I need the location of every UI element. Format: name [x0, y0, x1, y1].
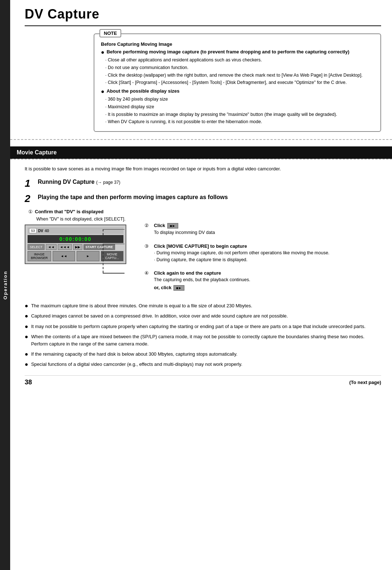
- v-connector: [103, 229, 103, 273]
- dv-mockup: ① Confirm that "DV" is displayed When "D…: [25, 209, 130, 264]
- side-tab: Operation: [0, 0, 10, 570]
- callout-3: ③ Click [MOVIE CAPTURE] to begin capture…: [144, 243, 381, 263]
- callout-3-sub-2: During capture, the capture time is disp…: [154, 256, 381, 263]
- step-1: 1 Running DV Capture (→ page 37): [25, 178, 381, 189]
- next-page-label: (To next page): [349, 380, 381, 385]
- dv-select-btn[interactable]: SELECT: [28, 244, 45, 250]
- note-box: NOTE Before Capturing Moving Image ● Bef…: [94, 33, 381, 132]
- bullet-note-2: ● Captured images cannot be saved on a c…: [25, 312, 381, 320]
- dv-ctrl-1[interactable]: ◄◄: [46, 244, 57, 250]
- note-sub-1-2: Do not use any communication function.: [101, 64, 374, 71]
- dv-ui-mockup-box: S3 DV 40 0:00:00:00 SELECT ◄◄ ◄◄◄ ▶▶ STA…: [25, 225, 126, 264]
- step-2-title: Playing the tape and then perform moving…: [38, 194, 381, 201]
- callout-2: ② Click ■► To display incomming DV data: [144, 223, 381, 236]
- bullet-note-1: ● The maximum capture time is about thre…: [25, 302, 381, 310]
- note-sub-1-4: Click [Start] - [Programs] - [Accessorie…: [101, 79, 374, 86]
- callout-2-body: Click ■► To display incomming DV data: [154, 223, 381, 236]
- callout-2-sub: To display incomming DV data: [154, 229, 381, 236]
- title-divider: [25, 25, 381, 26]
- callout-4-circle: ④: [144, 270, 152, 276]
- note-bullet-2: ● About the possible display sizes: [101, 88, 374, 94]
- callout-4: ④ Click again to end the capture The cap…: [144, 270, 381, 291]
- callout-1-title: Confirm that "DV" is displayed: [35, 209, 103, 214]
- h-conn-bot: [103, 273, 124, 274]
- step-2-number: 2: [25, 194, 35, 204]
- bullet-note-5: ● If the remaining capacity of the hard …: [25, 351, 381, 358]
- callout-2-circle: ②: [144, 223, 152, 228]
- step-1-title: Running DV Capture (→ page 37): [38, 178, 381, 186]
- bullet-notes-list: ● The maximum capture time is about thre…: [25, 302, 381, 368]
- note-sub-2-2: Maximized display size: [101, 104, 374, 110]
- callout-3-circle: ③: [144, 243, 152, 249]
- dv-label: DV: [38, 229, 43, 233]
- note-bullet-2-text: About the possible display sizes: [107, 88, 180, 94]
- dv-controls-row: SELECT ◄◄ ◄◄◄ ▶▶ START CAPTURE: [28, 244, 123, 250]
- dv-movie-capture-btn[interactable]: MOVIE CAPTU...: [101, 251, 124, 261]
- bullet-note-3: ● It may not be possible to perform capt…: [25, 323, 381, 330]
- callout-3-sub-1: During moving image capture, do not perf…: [154, 250, 381, 256]
- dv-ff-btn[interactable]: ►: [77, 251, 99, 261]
- callout-4-or-click: or, click ■►: [154, 285, 381, 291]
- callout-4-title: Click again to end the capture: [154, 270, 381, 276]
- step-1-ref: (→ page 37): [96, 180, 121, 185]
- dv-ui-top-row: S3 DV 40: [28, 227, 123, 234]
- callout-4-btn: ■►: [173, 285, 184, 291]
- callout-column: ② Click ■► To display incomming DV data …: [130, 209, 381, 296]
- dv-start-capture-btn[interactable]: START CAPTURE: [83, 244, 115, 250]
- dv-bottom-row: IMAGE BROWSER ◄◄ ► MOVIE CAPTU...: [28, 251, 123, 261]
- dv-image-browser-btn[interactable]: IMAGE BROWSER: [28, 251, 51, 261]
- callout-1-sub: When "DV" is not displayed, click [SELEC…: [36, 217, 130, 222]
- step-1-number: 1: [25, 178, 35, 189]
- movie-capture-title: Movie Capture: [17, 149, 57, 156]
- note-list: ● Before performing moving image capture…: [101, 49, 374, 125]
- note-sub-1-3: Click the desktop (wallpaper) with the r…: [101, 72, 374, 79]
- note-label: NOTE: [99, 29, 121, 37]
- h-conn-top: [103, 229, 124, 230]
- dv-rw-btn[interactable]: ◄◄: [53, 251, 75, 261]
- callout-3-body: Click [MOVIE CAPTURE] to begin capture D…: [154, 243, 381, 263]
- note-bullet-1: ● Before performing moving image capture…: [101, 49, 374, 55]
- step-2: 2 Playing the tape and then perform movi…: [25, 194, 381, 204]
- note-sub-2-3: It is possible to maximize an image disp…: [101, 111, 374, 118]
- callout-4-sub1: The capturing ends, but the playback con…: [154, 276, 381, 283]
- side-tab-label: Operation: [3, 271, 8, 299]
- note-sub-1-1: Close all other applications and residen…: [101, 57, 374, 64]
- diagram-section: ① Confirm that "DV" is displayed When "D…: [25, 209, 381, 296]
- page-title: DV Capture: [10, 0, 392, 25]
- callout-3-sub-list: During moving image capture, do not perf…: [154, 250, 381, 263]
- callout-4-body: Click again to end the capture The captu…: [154, 270, 381, 291]
- dv-badge-40: 40: [45, 229, 49, 233]
- note-bullet-1-text: Before performing moving image capture (…: [107, 49, 350, 54]
- callout-2-btn: ■►: [167, 223, 178, 229]
- note-heading: Before Capturing Moving Image: [101, 41, 374, 47]
- dv-badge-s3: S3: [29, 228, 37, 233]
- callout-2-title: Click ■►: [154, 223, 381, 229]
- section-description: It is possible to save scenes as a movin…: [25, 165, 381, 173]
- dv-ctrl-2[interactable]: ◄◄◄: [58, 244, 72, 250]
- dv-timecode: 0:00:00:00: [28, 235, 123, 243]
- callout-3-title: Click [MOVIE CAPTURE] to begin capture: [154, 243, 381, 249]
- movie-capture-bar: Movie Capture: [10, 146, 392, 159]
- callout-1-circle: ①: [28, 209, 33, 214]
- bullet-note-4: ● When the contents of a tape are mixed …: [25, 333, 381, 348]
- bullet-note-6: ● Special functions of a digital video c…: [25, 361, 381, 368]
- page-number: 38: [25, 379, 32, 386]
- h-conn-mid: [103, 244, 124, 244]
- dv-ctrl-3[interactable]: ▶▶: [73, 244, 82, 250]
- note-sub-2-4: When DV Capture is running, it is not po…: [101, 118, 374, 125]
- page-footer: 38 (To next page): [25, 375, 381, 386]
- callout-1-header: ① Confirm that "DV" is displayed: [28, 209, 130, 214]
- note-sub-2-1: 360 by 240 pixels display size: [101, 96, 374, 103]
